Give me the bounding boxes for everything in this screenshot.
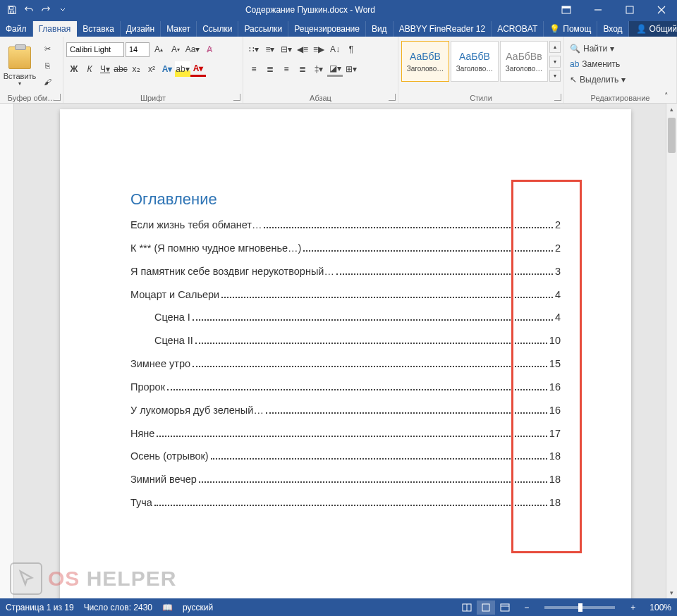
cut-icon[interactable]: ✂ bbox=[39, 42, 55, 56]
zoom-out-icon[interactable]: − bbox=[524, 603, 529, 612]
minimize-icon[interactable] bbox=[582, 0, 614, 20]
find-button[interactable]: 🔍Найти ▾ bbox=[567, 41, 617, 56]
save-icon[interactable] bbox=[4, 1, 20, 18]
clipboard-launcher[interactable] bbox=[54, 94, 61, 101]
change-case-icon[interactable]: Aa▾ bbox=[185, 42, 200, 57]
toc-entry[interactable]: Туча18 bbox=[130, 496, 561, 510]
paragraph-launcher[interactable] bbox=[389, 94, 396, 101]
select-button[interactable]: ↖Выделить ▾ bbox=[567, 72, 628, 87]
tab-file[interactable]: Файл bbox=[0, 21, 33, 37]
tab-signin[interactable]: Вход bbox=[597, 21, 628, 37]
line-spacing-icon[interactable]: ‡▾ bbox=[311, 61, 327, 77]
font-name-input[interactable] bbox=[66, 42, 124, 57]
read-mode-icon[interactable] bbox=[458, 600, 476, 615]
status-language[interactable]: русский bbox=[183, 603, 213, 612]
tab-references[interactable]: Ссылки bbox=[197, 21, 238, 37]
paste-button[interactable]: Вставить ▾ bbox=[3, 41, 37, 92]
shading-icon[interactable]: ◪▾ bbox=[327, 61, 343, 77]
undo-icon[interactable] bbox=[21, 1, 37, 18]
web-layout-icon[interactable] bbox=[496, 600, 514, 615]
vertical-scrollbar[interactable]: ▴ ▾ bbox=[666, 104, 677, 598]
tab-acrobat[interactable]: ACROBAT bbox=[492, 21, 544, 37]
align-center-icon[interactable]: ≣ bbox=[262, 61, 278, 77]
tab-insert[interactable]: Вставка bbox=[77, 21, 121, 37]
ribbon-options-icon[interactable] bbox=[550, 0, 582, 20]
align-right-icon[interactable]: ≡ bbox=[279, 61, 294, 77]
sort-icon[interactable]: A↓ bbox=[327, 42, 343, 57]
copy-icon[interactable]: ⎘ bbox=[39, 58, 55, 73]
toc-entry[interactable]: Пророк16 bbox=[130, 381, 561, 394]
spellcheck-icon[interactable]: 📖 bbox=[162, 603, 173, 612]
zoom-in-icon[interactable]: + bbox=[630, 603, 635, 612]
tab-abbyy[interactable]: ABBYY FineReader 12 bbox=[394, 21, 492, 37]
style-heading3[interactable]: АаБбВв Заголово… bbox=[500, 41, 548, 82]
strike-button[interactable]: abc bbox=[113, 61, 128, 77]
tab-tell-me[interactable]: 💡Помощ bbox=[544, 21, 597, 37]
tab-view[interactable]: Вид bbox=[366, 21, 394, 37]
scroll-thumb[interactable] bbox=[668, 118, 676, 153]
italic-button[interactable]: К bbox=[82, 61, 97, 77]
scroll-up-icon[interactable]: ▴ bbox=[666, 104, 677, 115]
superscript-button[interactable]: x² bbox=[144, 61, 159, 77]
styles-launcher[interactable] bbox=[554, 94, 561, 101]
borders-icon[interactable]: ⊞▾ bbox=[343, 61, 359, 77]
redo-icon[interactable] bbox=[38, 1, 54, 18]
tab-home[interactable]: Главная bbox=[33, 21, 78, 37]
collapse-ribbon-icon[interactable]: ˄ bbox=[661, 90, 672, 101]
font-size-input[interactable] bbox=[126, 42, 150, 57]
bullets-icon[interactable]: ∷▾ bbox=[246, 42, 262, 57]
subscript-button[interactable]: x₂ bbox=[128, 61, 144, 77]
toc-entry[interactable]: Моцарт и Сальери4 bbox=[130, 288, 561, 302]
tab-review[interactable]: Рецензирование bbox=[288, 21, 366, 37]
styles-up-icon[interactable]: ▴ bbox=[549, 41, 561, 53]
tab-mailings[interactable]: Рассылки bbox=[238, 21, 288, 37]
styles-scroll[interactable]: ▴ ▾ ▾ bbox=[549, 41, 561, 82]
highlight-icon[interactable]: ab▾ bbox=[175, 61, 190, 77]
status-page[interactable]: Страница 1 из 19 bbox=[6, 603, 74, 612]
zoom-slider[interactable] bbox=[544, 606, 615, 609]
vertical-ruler[interactable] bbox=[0, 104, 14, 598]
toc-entry[interactable]: У лукоморья дуб зеленый…16 bbox=[130, 404, 561, 417]
justify-icon[interactable]: ≣ bbox=[295, 61, 310, 77]
style-heading1[interactable]: АаБбВ Заголово… bbox=[401, 41, 449, 82]
outdent-icon[interactable]: ◀≡ bbox=[295, 42, 310, 57]
show-marks-icon[interactable]: ¶ bbox=[343, 42, 359, 57]
qat-more-icon[interactable] bbox=[55, 1, 71, 18]
toc-entry[interactable]: Я памятник себе воздвиг нерукотворный…3 bbox=[130, 265, 561, 278]
toc-entry[interactable]: Сцена II10 bbox=[130, 334, 561, 347]
toc-entry[interactable]: Няне17 bbox=[130, 427, 561, 441]
bold-button[interactable]: Ж bbox=[66, 61, 82, 77]
zoom-level[interactable]: 100% bbox=[649, 603, 671, 612]
toc-entry[interactable]: Зимнее утро15 bbox=[130, 357, 561, 371]
indent-icon[interactable]: ≡▶ bbox=[311, 42, 327, 57]
scroll-down-icon[interactable]: ▾ bbox=[666, 587, 677, 598]
align-left-icon[interactable]: ≡ bbox=[246, 61, 262, 77]
style-heading2[interactable]: АаБбВ Заголово… bbox=[451, 41, 499, 82]
document-viewport[interactable]: Оглавление Если жизнь тебя обманет…2К **… bbox=[14, 104, 677, 598]
tab-design[interactable]: Дизайн bbox=[121, 21, 161, 37]
font-launcher[interactable] bbox=[233, 94, 240, 101]
multilevel-icon[interactable]: ⊟▾ bbox=[279, 42, 294, 57]
toc-entry[interactable]: Если жизнь тебя обманет…2 bbox=[130, 218, 561, 232]
maximize-icon[interactable] bbox=[614, 0, 645, 20]
tab-share[interactable]: 👤Общий доступ bbox=[629, 21, 677, 37]
print-layout-icon[interactable] bbox=[477, 600, 495, 615]
shrink-font-icon[interactable]: A▾ bbox=[168, 42, 183, 57]
font-color-icon[interactable]: A▾ bbox=[190, 61, 206, 77]
toc-entry[interactable]: Зимний вечер18 bbox=[130, 473, 561, 486]
text-effects-icon[interactable]: A▾ bbox=[159, 61, 175, 77]
tab-layout[interactable]: Макет bbox=[161, 21, 197, 37]
grow-font-icon[interactable]: A▴ bbox=[151, 42, 166, 57]
toc-entry[interactable]: Сцена I4 bbox=[130, 311, 561, 324]
toc-entry[interactable]: Осень (отрывок)18 bbox=[130, 450, 561, 463]
replace-button[interactable]: abЗаменить bbox=[567, 56, 623, 72]
format-painter-icon[interactable]: 🖌 bbox=[39, 75, 55, 89]
status-words[interactable]: Число слов: 2430 bbox=[84, 603, 152, 612]
close-icon[interactable] bbox=[645, 0, 677, 20]
toc-entry[interactable]: К *** (Я помню чудное мгновенье…)2 bbox=[130, 242, 561, 255]
numbering-icon[interactable]: ≡▾ bbox=[262, 42, 278, 57]
styles-down-icon[interactable]: ▾ bbox=[549, 56, 561, 68]
underline-button[interactable]: Ч▾ bbox=[97, 61, 113, 77]
styles-more-icon[interactable]: ▾ bbox=[549, 70, 561, 82]
clear-format-icon[interactable]: A̷ bbox=[202, 42, 217, 57]
